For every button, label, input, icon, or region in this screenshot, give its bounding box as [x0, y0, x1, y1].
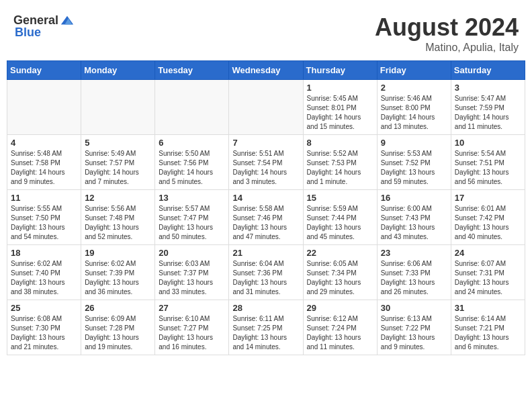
day-info: Sunrise: 6:03 AMSunset: 7:37 PMDaylight:… — [159, 259, 225, 297]
day-info: Sunrise: 5:50 AMSunset: 7:56 PMDaylight:… — [159, 149, 225, 187]
calendar-cell: 11Sunrise: 5:55 AMSunset: 7:50 PMDayligh… — [7, 190, 81, 245]
calendar-cell: 5Sunrise: 5:49 AMSunset: 7:57 PMDaylight… — [81, 135, 155, 190]
calendar-cell: 9Sunrise: 5:53 AMSunset: 7:52 PMDaylight… — [377, 135, 451, 190]
day-number: 17 — [455, 193, 521, 203]
day-info: Sunrise: 6:02 AMSunset: 7:39 PMDaylight:… — [85, 259, 151, 297]
calendar-cell: 19Sunrise: 6:02 AMSunset: 7:39 PMDayligh… — [81, 245, 155, 300]
weekday-header-friday: Friday — [377, 61, 451, 80]
day-number: 20 — [159, 248, 225, 258]
calendar-table: SundayMondayTuesdayWednesdayThursdayFrid… — [7, 60, 525, 355]
weekday-header-saturday: Saturday — [451, 61, 525, 80]
day-info: Sunrise: 5:58 AMSunset: 7:46 PMDaylight:… — [232, 204, 299, 242]
day-number: 12 — [85, 193, 151, 203]
day-info: Sunrise: 6:11 AMSunset: 7:25 PMDaylight:… — [232, 314, 299, 352]
calendar-cell: 27Sunrise: 6:10 AMSunset: 7:27 PMDayligh… — [155, 300, 229, 355]
day-info: Sunrise: 5:52 AMSunset: 7:53 PMDaylight:… — [307, 149, 373, 187]
day-info: Sunrise: 6:12 AMSunset: 7:24 PMDaylight:… — [307, 314, 373, 352]
day-info: Sunrise: 5:55 AMSunset: 7:50 PMDaylight:… — [11, 204, 77, 242]
day-info: Sunrise: 5:57 AMSunset: 7:47 PMDaylight:… — [159, 204, 225, 242]
calendar-cell: 10Sunrise: 5:54 AMSunset: 7:51 PMDayligh… — [451, 135, 525, 190]
day-number: 13 — [159, 193, 225, 203]
week-row-5: 25Sunrise: 6:08 AMSunset: 7:30 PMDayligh… — [7, 300, 525, 355]
day-number: 30 — [381, 303, 447, 313]
day-number: 14 — [232, 193, 299, 203]
day-info: Sunrise: 6:14 AMSunset: 7:21 PMDaylight:… — [455, 314, 521, 352]
day-number: 24 — [455, 248, 521, 258]
calendar-cell: 23Sunrise: 6:06 AMSunset: 7:33 PMDayligh… — [377, 245, 451, 300]
day-number: 6 — [159, 138, 225, 148]
day-number: 3 — [455, 83, 521, 93]
day-number: 25 — [11, 303, 77, 313]
logo: General Blue — [13, 13, 75, 40]
week-row-2: 4Sunrise: 5:48 AMSunset: 7:58 PMDaylight… — [7, 135, 525, 190]
calendar-cell — [7, 80, 81, 135]
day-info: Sunrise: 5:59 AMSunset: 7:44 PMDaylight:… — [307, 204, 373, 242]
day-number: 18 — [11, 248, 77, 258]
weekday-header-row: SundayMondayTuesdayWednesdayThursdayFrid… — [7, 61, 525, 80]
day-info: Sunrise: 6:06 AMSunset: 7:33 PMDaylight:… — [381, 259, 447, 297]
calendar-cell: 16Sunrise: 6:00 AMSunset: 7:43 PMDayligh… — [377, 190, 451, 245]
calendar-cell: 28Sunrise: 6:11 AMSunset: 7:25 PMDayligh… — [229, 300, 303, 355]
calendar-cell: 18Sunrise: 6:02 AMSunset: 7:40 PMDayligh… — [7, 245, 81, 300]
day-info: Sunrise: 6:00 AMSunset: 7:43 PMDaylight:… — [381, 204, 447, 242]
weekday-header-wednesday: Wednesday — [229, 61, 303, 80]
day-number: 4 — [11, 138, 77, 148]
day-info: Sunrise: 5:54 AMSunset: 7:51 PMDaylight:… — [455, 149, 521, 187]
day-number: 28 — [232, 303, 299, 313]
day-info: Sunrise: 6:02 AMSunset: 7:40 PMDaylight:… — [11, 259, 77, 297]
day-number: 21 — [232, 248, 299, 258]
day-number: 29 — [307, 303, 373, 313]
day-number: 5 — [85, 138, 151, 148]
day-number: 23 — [381, 248, 447, 258]
calendar-cell: 14Sunrise: 5:58 AMSunset: 7:46 PMDayligh… — [229, 190, 303, 245]
day-info: Sunrise: 6:07 AMSunset: 7:31 PMDaylight:… — [455, 259, 521, 297]
calendar-cell: 29Sunrise: 6:12 AMSunset: 7:24 PMDayligh… — [303, 300, 377, 355]
day-number: 7 — [232, 138, 299, 148]
day-info: Sunrise: 5:45 AMSunset: 8:01 PMDaylight:… — [307, 94, 373, 132]
day-info: Sunrise: 6:09 AMSunset: 7:28 PMDaylight:… — [85, 314, 151, 352]
day-info: Sunrise: 5:46 AMSunset: 8:00 PMDaylight:… — [381, 94, 447, 132]
day-number: 9 — [381, 138, 447, 148]
title-area: August 2024 Matino, Apulia, Italy — [375, 13, 519, 54]
logo-icon — [60, 13, 75, 28]
calendar-cell: 17Sunrise: 6:01 AMSunset: 7:42 PMDayligh… — [451, 190, 525, 245]
calendar-cell: 7Sunrise: 5:51 AMSunset: 7:54 PMDaylight… — [229, 135, 303, 190]
calendar-cell: 20Sunrise: 6:03 AMSunset: 7:37 PMDayligh… — [155, 245, 229, 300]
calendar-cell: 26Sunrise: 6:09 AMSunset: 7:28 PMDayligh… — [81, 300, 155, 355]
weekday-header-monday: Monday — [81, 61, 155, 80]
logo-blue: Blue — [15, 26, 41, 40]
day-info: Sunrise: 6:08 AMSunset: 7:30 PMDaylight:… — [11, 314, 77, 352]
calendar-cell: 2Sunrise: 5:46 AMSunset: 8:00 PMDaylight… — [377, 80, 451, 135]
day-info: Sunrise: 6:10 AMSunset: 7:27 PMDaylight:… — [159, 314, 225, 352]
calendar-cell: 8Sunrise: 5:52 AMSunset: 7:53 PMDaylight… — [303, 135, 377, 190]
day-info: Sunrise: 6:05 AMSunset: 7:34 PMDaylight:… — [307, 259, 373, 297]
day-info: Sunrise: 5:56 AMSunset: 7:48 PMDaylight:… — [85, 204, 151, 242]
calendar-cell: 6Sunrise: 5:50 AMSunset: 7:56 PMDaylight… — [155, 135, 229, 190]
day-number: 19 — [85, 248, 151, 258]
day-number: 22 — [307, 248, 373, 258]
page-header: General Blue August 2024 Matino, Apulia,… — [7, 7, 525, 57]
weekday-header-tuesday: Tuesday — [155, 61, 229, 80]
calendar-cell: 24Sunrise: 6:07 AMSunset: 7:31 PMDayligh… — [451, 245, 525, 300]
calendar-cell: 25Sunrise: 6:08 AMSunset: 7:30 PMDayligh… — [7, 300, 81, 355]
day-number: 8 — [307, 138, 373, 148]
calendar-cell: 15Sunrise: 5:59 AMSunset: 7:44 PMDayligh… — [303, 190, 377, 245]
day-info: Sunrise: 5:49 AMSunset: 7:57 PMDaylight:… — [85, 149, 151, 187]
day-number: 10 — [455, 138, 521, 148]
calendar-cell: 4Sunrise: 5:48 AMSunset: 7:58 PMDaylight… — [7, 135, 81, 190]
day-number: 1 — [307, 83, 373, 93]
calendar-cell: 1Sunrise: 5:45 AMSunset: 8:01 PMDaylight… — [303, 80, 377, 135]
weekday-header-thursday: Thursday — [303, 61, 377, 80]
day-info: Sunrise: 5:47 AMSunset: 7:59 PMDaylight:… — [455, 94, 521, 132]
calendar-cell: 21Sunrise: 6:04 AMSunset: 7:36 PMDayligh… — [229, 245, 303, 300]
calendar-cell: 31Sunrise: 6:14 AMSunset: 7:21 PMDayligh… — [451, 300, 525, 355]
week-row-3: 11Sunrise: 5:55 AMSunset: 7:50 PMDayligh… — [7, 190, 525, 245]
day-info: Sunrise: 6:04 AMSunset: 7:36 PMDaylight:… — [232, 259, 299, 297]
calendar-cell: 12Sunrise: 5:56 AMSunset: 7:48 PMDayligh… — [81, 190, 155, 245]
month-year-title: August 2024 — [375, 13, 519, 42]
day-info: Sunrise: 6:01 AMSunset: 7:42 PMDaylight:… — [455, 204, 521, 242]
day-number: 16 — [381, 193, 447, 203]
calendar-cell — [155, 80, 229, 135]
day-number: 27 — [159, 303, 225, 313]
day-number: 31 — [455, 303, 521, 313]
